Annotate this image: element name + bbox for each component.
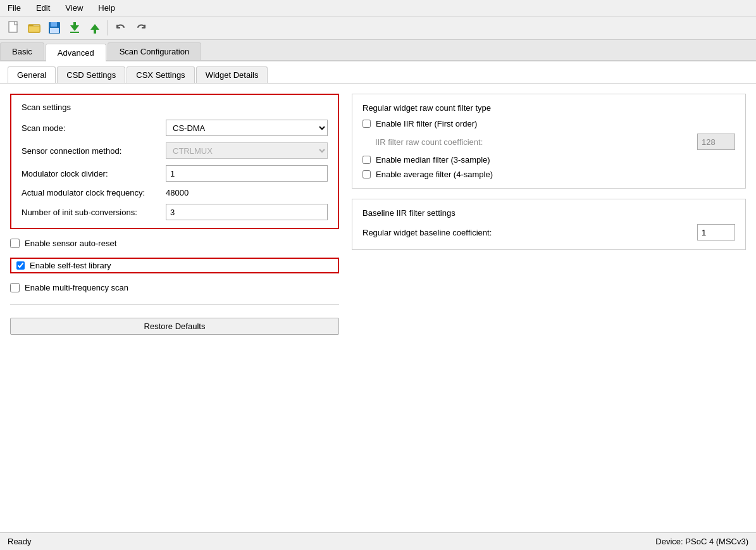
- baseline-iir-title: Baseline IIR filter settings: [363, 208, 735, 218]
- save-icon: [47, 21, 61, 35]
- tab-scan-configuration[interactable]: Scan Configuration: [108, 42, 202, 60]
- undo-button[interactable]: [112, 19, 130, 37]
- new-icon: [7, 21, 21, 35]
- undo-icon: [114, 21, 128, 35]
- self-test-library-label: Enable self-test library: [30, 261, 111, 270]
- toolbar: [0, 16, 756, 40]
- save-button[interactable]: [46, 19, 63, 37]
- sensor-auto-reset-checkbox[interactable]: [10, 239, 20, 248]
- median-filter-checkbox[interactable]: [363, 156, 371, 164]
- tab-csd-settings[interactable]: CSD Settings: [57, 66, 125, 83]
- iir-coefficient-input[interactable]: [697, 134, 735, 150]
- menu-view[interactable]: View: [63, 2, 85, 14]
- svg-rect-8: [73, 22, 76, 27]
- init-sub-conv-label: Number of init sub-conversions:: [22, 208, 161, 217]
- raw-count-filter-section: Regular widget raw count filter type Ena…: [352, 94, 746, 189]
- modulator-clock-label: Modulator clock divider:: [22, 169, 161, 178]
- baseline-coefficient-input[interactable]: [697, 224, 735, 241]
- upload-icon: [88, 21, 102, 35]
- svg-rect-9: [70, 32, 79, 33]
- sensor-auto-reset-row[interactable]: Enable sensor auto-reset: [10, 237, 339, 250]
- tab-advanced[interactable]: Advanced: [46, 44, 106, 61]
- baseline-coefficient-label: Regular widget baseline coefficient:: [363, 228, 692, 237]
- tab-csx-settings[interactable]: CSX Settings: [127, 66, 194, 83]
- status-left: Ready: [8, 537, 32, 546]
- iir-coefficient-row: IIR filter raw count coefficient:: [375, 134, 735, 150]
- iir-filter-row: Enable IIR filter (First order): [363, 119, 735, 128]
- restore-defaults-button[interactable]: Restore Defaults: [10, 318, 339, 335]
- actual-freq-value: 48000: [166, 188, 328, 197]
- left-column: Scan settings Scan mode: CS-DMA CS-ADC S…: [10, 94, 339, 522]
- median-filter-row: Enable median filter (3-sample): [363, 155, 735, 165]
- new-button[interactable]: [5, 19, 23, 37]
- content-area: General CSD Settings CSX Settings Widget…: [0, 61, 756, 532]
- menu-bar: File Edit View Help: [0, 0, 756, 16]
- right-column: Regular widget raw count filter type Ena…: [352, 94, 746, 522]
- tab-basic[interactable]: Basic: [0, 42, 44, 60]
- baseline-iir-section: Baseline IIR filter settings Regular wid…: [352, 199, 746, 250]
- scan-mode-select[interactable]: CS-DMA CS-ADC: [166, 120, 328, 136]
- separator-1: [108, 20, 108, 35]
- download-icon: [68, 21, 82, 35]
- menu-edit[interactable]: Edit: [34, 2, 53, 14]
- tab-general[interactable]: General: [8, 66, 56, 83]
- open-icon: [27, 21, 41, 35]
- svg-rect-0: [9, 22, 17, 32]
- scan-mode-row: Scan mode: CS-DMA CS-ADC: [22, 120, 328, 136]
- status-bar: Ready Device: PSoC 4 (MSCv3): [0, 532, 756, 550]
- average-filter-checkbox[interactable]: [363, 170, 371, 178]
- scan-settings-title: Scan settings: [22, 103, 328, 112]
- divider: [10, 304, 339, 305]
- average-filter-row: Enable average filter (4-sample): [363, 170, 735, 179]
- sub-tabs: General CSD Settings CSX Settings Widget…: [0, 61, 756, 84]
- modulator-clock-row: Modulator clock divider:: [22, 165, 328, 182]
- median-filter-label: Enable median filter (3-sample): [376, 155, 735, 165]
- svg-rect-11: [94, 29, 96, 34]
- iir-filter-checkbox[interactable]: [363, 120, 371, 128]
- svg-rect-3: [28, 26, 40, 32]
- iir-filter-label: Enable IIR filter (First order): [376, 119, 735, 128]
- tab-widget-details[interactable]: Widget Details: [196, 66, 268, 83]
- modulator-clock-input[interactable]: [166, 165, 328, 182]
- actual-freq-label: Actual modulator clock frequency:: [22, 188, 161, 197]
- status-right: Device: PSoC 4 (MSCv3): [655, 537, 748, 546]
- average-filter-label: Enable average filter (4-sample): [376, 170, 735, 179]
- multi-frequency-scan-label: Enable multi-frequency scan: [25, 283, 128, 292]
- main-tabs: Basic Advanced Scan Configuration: [0, 40, 756, 61]
- self-test-library-checkbox[interactable]: [16, 261, 25, 270]
- multi-frequency-scan-checkbox[interactable]: [10, 283, 20, 292]
- init-sub-conv-row: Number of init sub-conversions:: [22, 204, 328, 220]
- download-button[interactable]: [66, 19, 84, 37]
- scan-mode-label: Scan mode:: [22, 123, 161, 133]
- svg-marker-10: [90, 24, 99, 30]
- multi-frequency-scan-row[interactable]: Enable multi-frequency scan: [10, 281, 339, 294]
- main-panel: Scan settings Scan mode: CS-DMA CS-ADC S…: [0, 84, 756, 532]
- menu-file[interactable]: File: [5, 2, 23, 14]
- upload-button[interactable]: [86, 19, 104, 37]
- self-test-library-row[interactable]: Enable self-test library: [10, 258, 339, 273]
- actual-freq-row: Actual modulator clock frequency: 48000: [22, 188, 328, 197]
- raw-count-filter-title: Regular widget raw count filter type: [363, 103, 735, 113]
- sensor-auto-reset-label: Enable sensor auto-reset: [25, 239, 116, 248]
- redo-icon: [134, 21, 148, 35]
- svg-rect-5: [51, 22, 57, 27]
- svg-rect-6: [50, 28, 59, 33]
- init-sub-conv-input[interactable]: [166, 204, 328, 220]
- sensor-connection-label: Sensor connection method:: [22, 146, 161, 156]
- iir-coefficient-label: IIR filter raw count coefficient:: [375, 137, 692, 147]
- scan-settings-box: Scan settings Scan mode: CS-DMA CS-ADC S…: [10, 94, 339, 229]
- menu-help[interactable]: Help: [96, 2, 118, 14]
- redo-button[interactable]: [132, 19, 150, 37]
- baseline-coefficient-row: Regular widget baseline coefficient:: [363, 224, 735, 241]
- sensor-connection-row: Sensor connection method: CTRLMUX GPIO: [22, 142, 328, 159]
- sensor-connection-select[interactable]: CTRLMUX GPIO: [166, 142, 328, 159]
- open-button[interactable]: [25, 19, 43, 37]
